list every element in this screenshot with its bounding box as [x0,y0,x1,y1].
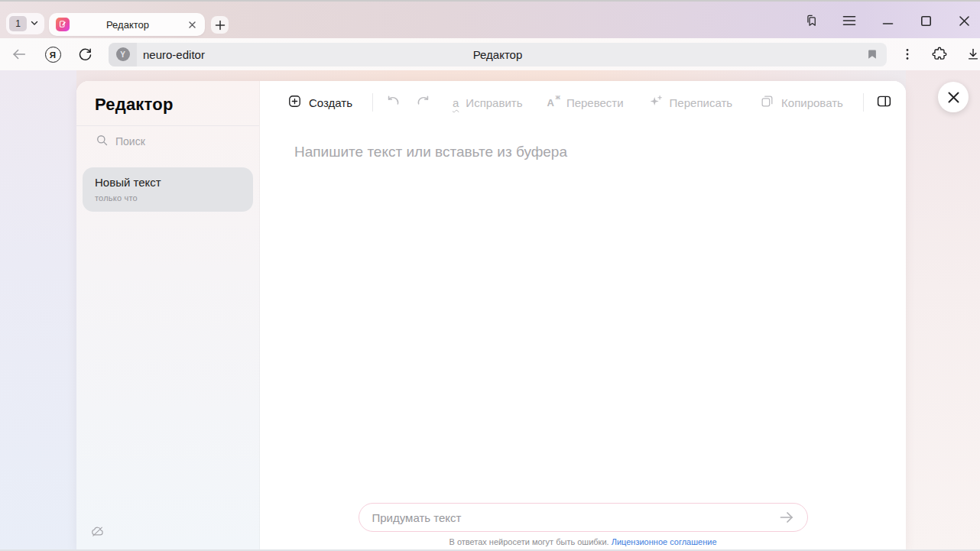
bookmark-icon[interactable] [865,47,879,64]
spellcheck-icon: a [453,97,459,109]
close-page-button[interactable] [938,82,969,112]
document-list-item-selected[interactable]: Новый текст только что [83,167,253,212]
page-title: Редактор [109,48,887,61]
license-agreement-link[interactable]: Лицензионное соглашение [612,537,717,546]
browser-window: 1 Редактор [0,0,980,551]
prompt-area: Придумать текст В ответах нейросети могу… [260,503,906,551]
plus-square-icon [287,94,302,111]
copy-button[interactable]: Копировать [760,94,843,111]
translate-icon: Aж [547,98,559,108]
browser-toolbar: Я Y neuro-editor Редактор [0,38,980,70]
copy-icon [760,94,774,111]
document-title: Новый текст [95,176,241,189]
menu-icon[interactable] [841,12,858,29]
kebab-menu-icon[interactable] [897,44,917,64]
submit-prompt-button[interactable] [775,506,798,529]
rewrite-button[interactable]: Переписать [648,94,733,111]
create-button[interactable]: Создать [287,94,352,111]
close-window-icon[interactable] [956,12,972,29]
tab-group-chip[interactable]: 1 [6,13,44,34]
fix-button[interactable]: a Исправить [453,96,522,109]
back-icon[interactable] [9,44,29,64]
background-gradient-left [0,70,76,551]
yandex-home-icon[interactable]: Я [43,44,63,64]
search-input[interactable]: Поиск [76,126,259,157]
url-text: neuro-editor [143,48,205,61]
downloads-icon[interactable] [963,44,980,64]
site-favicon-chip: Y [109,43,137,66]
address-bar[interactable]: Y neuro-editor Редактор [109,43,887,66]
document-timestamp: только что [95,193,241,203]
text-editor-area[interactable]: Напишите текст или вставьте из буфера [260,124,906,503]
editor-toolbar: Создать [260,81,906,124]
bookmarks-panel-icon[interactable] [803,12,819,29]
search-placeholder: Поиск [115,135,145,147]
background-gradient-right [906,70,980,551]
extensions-icon[interactable] [930,44,949,64]
new-tab-button[interactable] [211,16,229,34]
redo-button[interactable] [414,94,431,111]
editor-main: Создать [260,81,906,551]
toolbar-divider [372,93,373,112]
undo-button[interactable] [385,94,402,111]
editor-app-card: Редактор Поиск Новый текст только что [76,81,906,551]
sync-status [90,524,105,542]
chevron-down-icon [30,17,39,31]
prompt-input[interactable]: Придумать текст [359,503,808,532]
ai-disclaimer: В ответах нейросети могут быть ошибки. Л… [260,537,906,546]
page-background: Редактор Поиск Новый текст только что [0,70,980,551]
cloud-off-icon [90,528,105,541]
browser-tab-editor[interactable]: Редактор [49,13,205,36]
tab-group-count: 1 [9,16,27,31]
side-panel-toggle-button[interactable] [876,93,892,112]
editor-placeholder: Напишите текст или вставьте из буфера [294,144,875,160]
tab-strip: 1 Редактор [0,0,980,38]
search-icon [96,134,109,150]
prompt-placeholder: Придумать текст [372,511,775,524]
window-controls [803,8,972,33]
toolbar-divider [863,93,864,112]
app-logo: Редактор [76,81,259,115]
site-favicon-icon: Y [116,47,130,61]
sparkles-icon [648,94,663,111]
tab-title: Редактор [70,19,186,31]
reload-icon[interactable] [75,44,95,64]
minimize-icon[interactable] [879,12,896,29]
tab-close-icon[interactable] [186,18,198,31]
sidebar: Редактор Поиск Новый текст только что [76,81,260,551]
maximize-icon[interactable] [917,12,934,29]
translate-button[interactable]: Aж Перевести [547,96,623,109]
disclaimer-text: В ответах нейросети могут быть ошибки. [449,537,608,546]
side-panel-icon [876,93,892,112]
tab-favicon-icon [56,18,70,31]
